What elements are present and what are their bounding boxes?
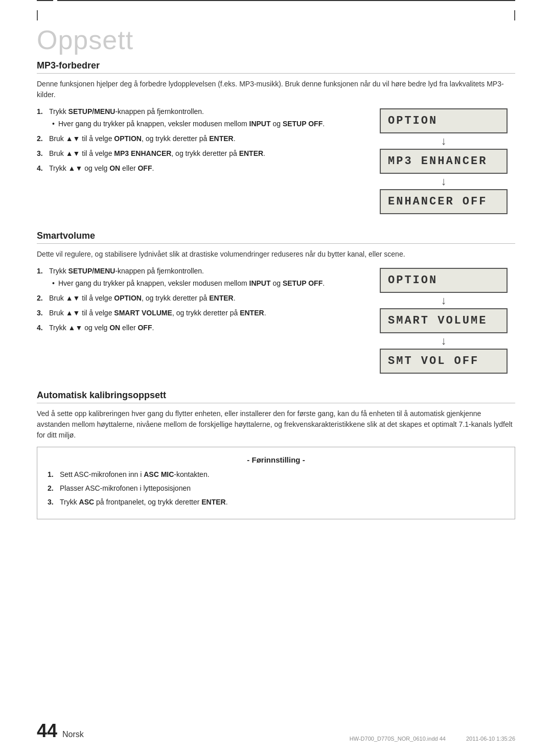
section-body-smart: Trykk SETUP/MENU-knappen på fjernkontrol… — [37, 266, 515, 374]
step-smart-1-content: Trykk SETUP/MENU-knappen på fjernkontrol… — [49, 266, 360, 289]
prereq-step-1-content: Sett ASC-mikrofonen inn i ASC MIC-kontak… — [60, 469, 504, 480]
section-body-mp3: Trykk SETUP/MENU-knappen på fjernkontrol… — [37, 106, 515, 214]
lcd-display-smart-3: SMT VOL OFF — [380, 349, 508, 374]
lcd-arrow-mp3-1: ↓ — [380, 134, 508, 148]
footer-date: 2011-06-10 1:35:26 — [466, 736, 515, 742]
step-mp3-3-content: Bruk ▲▼ til å velge MP3 ENHANCER, og try… — [49, 148, 360, 159]
step-mp3-3: Bruk ▲▼ til å velge MP3 ENHANCER, og try… — [37, 148, 360, 159]
lcd-display-mp3-3: ENHANCER OFF — [380, 189, 508, 214]
prereq-step-3: Trykk ASC på frontpanelet, og trykk dere… — [48, 497, 504, 508]
sub-item-mp3-1: Hver gang du trykker på knappen, veksler… — [51, 119, 360, 129]
step-smart-4-content: Trykk ▲▼ og velg ON eller OFF. — [49, 323, 360, 333]
section-heading-cal: Automatisk kalibringsoppsett — [37, 390, 515, 403]
step-mp3-1-content: Trykk SETUP/MENU-knappen på fjernkontrol… — [49, 106, 360, 129]
section-mp3: MP3-forbedrer Denne funksjonen hjelper d… — [37, 60, 515, 214]
steps-col-mp3: Trykk SETUP/MENU-knappen på fjernkontrol… — [37, 106, 360, 178]
prereq-steps: Sett ASC-mikrofonen inn i ASC MIC-kontak… — [48, 469, 504, 508]
page: Oppsett MP3-forbedrer Denne funksjonen h… — [0, 0, 552, 756]
sub-bullet-smart-1: Hver gang du trykker på knappen, veksler… — [51, 278, 360, 289]
step-smart-3-content: Bruk ▲▼ til å velge SMART VOLUME, og try… — [49, 308, 360, 318]
prereq-step-2: Plasser ASC-mikrofonen i lytteposisjonen — [48, 483, 504, 494]
lcd-display-smart-2: SMART VOLUME — [380, 308, 508, 333]
step-mp3-4: Trykk ▲▼ og velg ON eller OFF. — [37, 163, 360, 174]
lang-label: Norsk — [62, 730, 84, 739]
step-smart-2: Bruk ▲▼ til å velge OPTION, og trykk der… — [37, 293, 360, 304]
sub-bullet-mp3-1: Hver gang du trykker på knappen, veksler… — [51, 119, 360, 129]
side-mark-right — [514, 10, 515, 20]
sub-item-smart-1: Hver gang du trykker på knappen, veksler… — [51, 278, 360, 289]
footer: 44 Norsk HW-D700_D770S_NOR_0610.indd 44 … — [0, 720, 552, 742]
section-calibration: Automatisk kalibringsoppsett Ved å sette… — [37, 390, 515, 519]
side-mark-left — [37, 10, 38, 20]
lcd-arrow-smart-2: ↓ — [380, 334, 508, 348]
lcd-display-mp3-2: MP3 ENHANCER — [380, 149, 508, 174]
footer-left: 44 Norsk — [37, 720, 84, 742]
section-heading-smart: Smartvolume — [37, 231, 515, 244]
section-smartvolume: Smartvolume Dette vil regulere, og stabi… — [37, 231, 515, 374]
step-mp3-1: Trykk SETUP/MENU-knappen på fjernkontrol… — [37, 106, 360, 129]
section-desc-cal: Ved å sette opp kalibreringen hver gang … — [37, 408, 515, 441]
step-mp3-2: Bruk ▲▼ til å velge OPTION, og trykk der… — [37, 133, 360, 144]
steps-list-smart: Trykk SETUP/MENU-knappen på fjernkontrol… — [37, 266, 360, 333]
page-title: Oppsett — [37, 25, 515, 55]
section-desc-mp3: Denne funksjonen hjelper deg å forbedre … — [37, 79, 515, 100]
footer-filename: HW-D700_D770S_NOR_0610.indd 44 — [350, 736, 446, 742]
page-number: 44 — [37, 720, 57, 742]
lcd-display-mp3-1: OPTION — [380, 108, 508, 133]
prereq-step-1: Sett ASC-mikrofonen inn i ASC MIC-kontak… — [48, 469, 504, 480]
top-decoration — [37, 0, 515, 1]
steps-col-smart: Trykk SETUP/MENU-knappen på fjernkontrol… — [37, 266, 360, 337]
footer-right: HW-D700_D770S_NOR_0610.indd 44 2011-06-1… — [350, 736, 515, 742]
step-smart-3: Bruk ▲▼ til å velge SMART VOLUME, og try… — [37, 308, 360, 318]
prereq-step-2-content: Plasser ASC-mikrofonen i lytteposisjonen — [60, 483, 504, 494]
step-smart-1: Trykk SETUP/MENU-knappen på fjernkontrol… — [37, 266, 360, 289]
prereq-box: - Førinnstilling - Sett ASC-mikrofonen i… — [37, 447, 515, 519]
prereq-title: - Førinnstilling - — [48, 455, 504, 464]
display-col-mp3: OPTION ↓ MP3 ENHANCER ↓ ENHANCER OFF — [372, 108, 515, 214]
section-desc-smart: Dette vil regulere, og stabilisere lydni… — [37, 249, 515, 260]
step-smart-4: Trykk ▲▼ og velg ON eller OFF. — [37, 323, 360, 333]
display-col-smart: OPTION ↓ SMART VOLUME ↓ SMT VOL OFF — [372, 268, 515, 374]
steps-list-mp3: Trykk SETUP/MENU-knappen på fjernkontrol… — [37, 106, 360, 174]
lcd-display-smart-1: OPTION — [380, 268, 508, 293]
section-heading-mp3: MP3-forbedrer — [37, 60, 515, 74]
lcd-arrow-mp3-2: ↓ — [380, 175, 508, 188]
step-mp3-4-content: Trykk ▲▼ og velg ON eller OFF. — [49, 163, 360, 174]
lcd-arrow-smart-1: ↓ — [380, 294, 508, 307]
step-smart-2-content: Bruk ▲▼ til å velge OPTION, og trykk der… — [49, 293, 360, 304]
step-mp3-2-content: Bruk ▲▼ til å velge OPTION, og trykk der… — [49, 133, 360, 144]
prereq-step-3-content: Trykk ASC på frontpanelet, og trykk dere… — [60, 497, 504, 508]
